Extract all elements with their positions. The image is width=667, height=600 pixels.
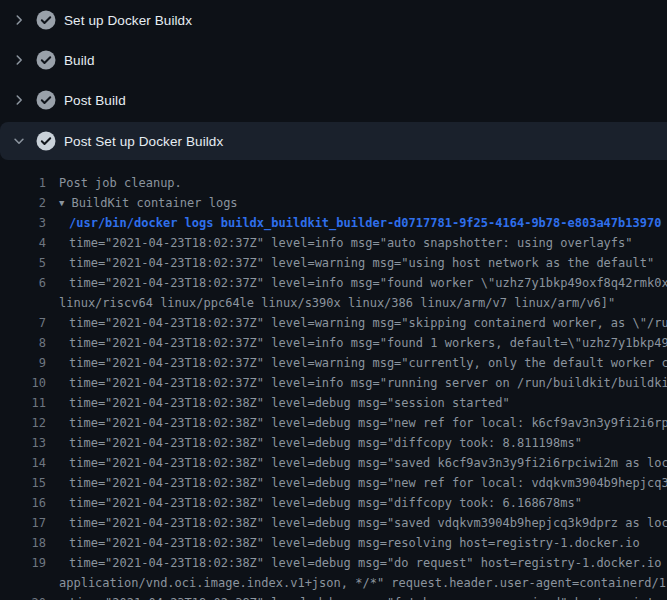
step-header-post-set-up-docker-buildx[interactable]: Post Set up Docker Buildx [0, 122, 667, 160]
log-line: 11time="2021-04-23T18:02:38Z" level=debu… [0, 393, 667, 413]
log-text: time="2021-04-23T18:02:38Z" level=debug … [69, 553, 667, 573]
log-text: time="2021-04-23T18:02:38Z" level=debug … [69, 513, 667, 533]
log-line: 12time="2021-04-23T18:02:38Z" level=debu… [0, 413, 667, 433]
log-line: linux/riscv64 linux/ppc64le linux/s390x … [0, 293, 667, 313]
log-text: time="2021-04-23T18:02:38Z" level=debug … [69, 533, 640, 553]
line-number [0, 293, 46, 313]
log-viewer: 1Post job cleanup.2▼BuildKit container l… [0, 160, 667, 600]
line-number[interactable]: 5 [0, 253, 46, 273]
log-line: 9time="2021-04-23T18:02:37Z" level=warni… [0, 353, 667, 373]
chevron-down-icon [12, 134, 26, 148]
log-group-title: BuildKit container logs [71, 196, 237, 210]
log-line: 17time="2021-04-23T18:02:38Z" level=debu… [0, 513, 667, 533]
log-group-toggle[interactable]: ▼BuildKit container logs [59, 193, 238, 213]
log-text: time="2021-04-23T18:02:37Z" level=info m… [69, 233, 633, 253]
log-text: time="2021-04-23T18:02:37Z" level=info m… [69, 273, 667, 293]
log-text: time="2021-04-23T18:02:38Z" level=debug … [69, 453, 667, 473]
log-line: 6time="2021-04-23T18:02:37Z" level=info … [0, 273, 667, 293]
group-collapse-icon: ▼ [59, 193, 64, 213]
line-number[interactable]: 11 [0, 393, 46, 413]
line-number[interactable]: 20 [0, 593, 46, 600]
log-line: 15time="2021-04-23T18:02:38Z" level=debu… [0, 473, 667, 493]
log-line: 19time="2021-04-23T18:02:38Z" level=debu… [0, 553, 667, 573]
chevron-right-icon [12, 13, 26, 27]
log-text: time="2021-04-23T18:02:38Z" level=debug … [69, 413, 667, 433]
log-line: 16time="2021-04-23T18:02:38Z" level=debu… [0, 493, 667, 513]
log-line: 1Post job cleanup. [0, 173, 667, 193]
log-line: 5time="2021-04-23T18:02:37Z" level=warni… [0, 253, 667, 273]
log-text: application/vnd.oci.image.index.v1+json,… [59, 573, 667, 593]
chevron-right-icon [12, 93, 26, 107]
line-number[interactable]: 8 [0, 333, 46, 353]
line-number[interactable]: 15 [0, 473, 46, 493]
log-line: 4time="2021-04-23T18:02:37Z" level=info … [0, 233, 667, 253]
step-header-set-up-docker-buildx[interactable]: Set up Docker Buildx [0, 0, 667, 40]
step-header-post-build[interactable]: Post Build [0, 80, 667, 120]
line-number[interactable]: 12 [0, 413, 46, 433]
log-line: application/vnd.oci.image.index.v1+json,… [0, 573, 667, 593]
step-label: Build [64, 53, 95, 68]
log-text: time="2021-04-23T18:02:37Z" level=info m… [69, 373, 667, 393]
step-label: Set up Docker Buildx [64, 13, 192, 28]
log-text: time="2021-04-23T18:02:38Z" level=debug … [69, 433, 582, 453]
line-number[interactable]: 1 [0, 173, 46, 193]
step-header-build[interactable]: Build [0, 40, 667, 80]
check-circle-icon [36, 50, 56, 70]
log-line: 8time="2021-04-23T18:02:37Z" level=info … [0, 333, 667, 353]
log-line: 3/usr/bin/docker logs buildx_buildkit_bu… [0, 213, 667, 233]
log-text: time="2021-04-23T18:02:38Z" level=debug … [69, 493, 582, 513]
line-number[interactable]: 6 [0, 273, 46, 293]
line-number[interactable]: 9 [0, 353, 46, 373]
log-text: time="2021-04-23T18:02:37Z" level=info m… [69, 333, 667, 353]
line-number[interactable]: 18 [0, 533, 46, 553]
log-line: 2▼BuildKit container logs [0, 193, 667, 213]
line-number[interactable]: 7 [0, 313, 46, 333]
log-text: linux/riscv64 linux/ppc64le linux/s390x … [59, 293, 615, 313]
line-number[interactable]: 10 [0, 373, 46, 393]
line-number[interactable]: 16 [0, 493, 46, 513]
line-number[interactable]: 13 [0, 433, 46, 453]
log-text: time="2021-04-23T18:02:38Z" level=debug … [69, 473, 667, 493]
line-number[interactable]: 19 [0, 553, 46, 573]
line-number[interactable]: 3 [0, 213, 46, 233]
log-text: time="2021-04-23T18:02:37Z" level=warnin… [69, 253, 654, 273]
line-number [0, 573, 46, 593]
chevron-right-icon [12, 53, 26, 67]
log-line: 14time="2021-04-23T18:02:38Z" level=debu… [0, 453, 667, 473]
step-label: Post Build [64, 93, 126, 108]
log-line: 7time="2021-04-23T18:02:37Z" level=warni… [0, 313, 667, 333]
log-text: time="2021-04-23T18:02:37Z" level=warnin… [69, 313, 667, 333]
step-label: Post Set up Docker Buildx [64, 134, 223, 149]
steps-list: Set up Docker BuildxBuildPost BuildPost … [0, 0, 667, 160]
line-number[interactable]: 4 [0, 233, 46, 253]
check-circle-icon [36, 131, 56, 151]
log-line: 18time="2021-04-23T18:02:38Z" level=debu… [0, 533, 667, 553]
log-line: 10time="2021-04-23T18:02:37Z" level=info… [0, 373, 667, 393]
check-circle-icon [36, 90, 56, 110]
log-text: Post job cleanup. [59, 173, 182, 193]
log-line: 13time="2021-04-23T18:02:38Z" level=debu… [0, 433, 667, 453]
log-text: time="2021-04-23T18:02:38Z" level=debug … [69, 593, 667, 600]
log-text: time="2021-04-23T18:02:38Z" level=debug … [69, 393, 510, 413]
log-line: 20time="2021-04-23T18:02:38Z" level=debu… [0, 593, 667, 600]
line-number[interactable]: 14 [0, 453, 46, 473]
line-number[interactable]: 17 [0, 513, 46, 533]
log-text: time="2021-04-23T18:02:37Z" level=warnin… [69, 353, 667, 373]
line-number[interactable]: 2 [0, 193, 46, 213]
log-command-text: /usr/bin/docker logs buildx_buildkit_bui… [69, 213, 661, 233]
check-circle-icon [36, 10, 56, 30]
